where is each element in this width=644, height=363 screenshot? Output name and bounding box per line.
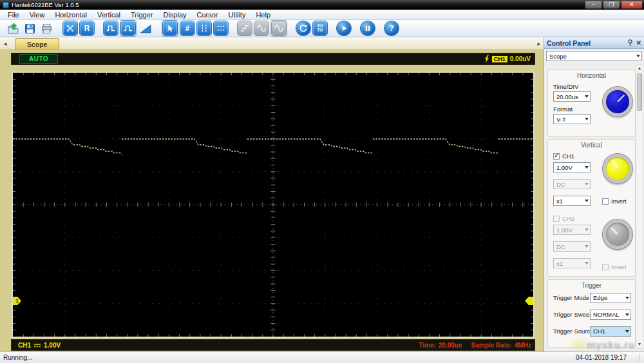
menu-item-view[interactable]: View	[24, 11, 50, 19]
pause-button[interactable]	[361, 21, 375, 35]
vertical-cursor-button[interactable]	[197, 21, 211, 35]
trigger-group: Trigger Trigger Mode Edge Trigger Sweep …	[547, 279, 636, 348]
chevron-down-icon	[585, 183, 589, 185]
chevron-down-icon	[636, 55, 640, 57]
sine-wave-button	[254, 21, 269, 35]
horizontal-cursor-button[interactable]	[214, 21, 228, 35]
square-wave-icon	[106, 23, 116, 33]
ch1-invert-label: Invert	[611, 198, 627, 205]
menu-item-file[interactable]: File	[3, 11, 24, 19]
control-panel-title: Control Panel	[547, 39, 591, 47]
ch2-volts-select[interactable]: 1.00V	[553, 225, 591, 235]
horizontal-position-knob[interactable]	[603, 87, 632, 116]
window-title: Hantek6022BE Ver 1.0.5	[12, 1, 79, 8]
format-select[interactable]: V-T	[553, 114, 591, 124]
menu-item-trigger[interactable]: Trigger	[126, 11, 158, 19]
close-button[interactable]: ✕	[621, 1, 643, 9]
square-wave-alt-icon	[123, 23, 133, 33]
reference-wave-button[interactable]: R	[80, 21, 94, 35]
trigger-source-row: Trigger Source CH1	[548, 328, 635, 335]
ch1-scale-value: 1.00V	[44, 342, 61, 349]
help-button[interactable]: ?	[384, 21, 399, 35]
grid-display-button[interactable]: #	[180, 21, 194, 35]
ch2-coupling-select[interactable]: DC	[553, 241, 591, 252]
menu-item-help[interactable]: Help	[251, 11, 276, 19]
print-button[interactable]	[39, 21, 53, 35]
horizontal-cursor-icon	[216, 23, 226, 33]
ch1-volts-select[interactable]: 1.00V	[553, 162, 591, 172]
chevron-down-icon	[585, 245, 589, 248]
refresh-button[interactable]	[296, 21, 310, 35]
chevron-down-icon	[625, 330, 629, 333]
open-icon	[7, 23, 19, 35]
tab-scroll-left-icon[interactable]: ◄	[0, 41, 10, 50]
ch2-position-knob[interactable]	[603, 219, 632, 249]
ch2-invert-checkbox[interactable]	[602, 264, 609, 270]
trigger-mode-select[interactable]: Edge	[590, 293, 631, 303]
scroll-down-icon[interactable]: ▼	[638, 341, 642, 348]
watermark: mysku.ru	[587, 339, 635, 350]
panel-mode-select[interactable]: Scope	[546, 51, 642, 61]
chevron-down-icon	[585, 166, 589, 169]
play-icon	[339, 23, 349, 33]
ch1-probe-select[interactable]: x1	[553, 196, 591, 206]
scope-panel: ◄ Scope ► AUTO CH1 0.00uV 1 CH1	[0, 37, 544, 351]
auto-set-button[interactable]: AU TO	[313, 21, 327, 35]
pin-icon[interactable]	[627, 39, 633, 46]
trigger-sweep-select[interactable]: NORMAL	[590, 310, 631, 320]
chevron-down-icon	[625, 297, 629, 299]
menu-item-vertical[interactable]: Vertical	[92, 11, 126, 19]
vertical-cursor-icon	[199, 23, 209, 33]
ch2-probe-select[interactable]: x1	[553, 258, 591, 268]
watermark-smudge	[571, 341, 587, 349]
control-panel-scrollbar[interactable]: ▲ ▼	[636, 64, 643, 349]
chevron-down-icon	[585, 228, 589, 231]
ch1-readout-label: CH1	[18, 342, 31, 349]
ch1-checkbox[interactable]	[553, 153, 560, 160]
trigger-level-value: 0.00uV	[510, 55, 531, 62]
tab-scroll-right-icon[interactable]: ►	[534, 41, 544, 50]
trigger-source-select[interactable]: CH1	[590, 326, 631, 337]
ch2-checkbox[interactable]	[553, 216, 560, 222]
scroll-up-icon[interactable]: ▲	[638, 65, 642, 72]
menu-item-horizontal[interactable]: Horizontal	[50, 11, 92, 19]
time-readout-value: 20.00us	[439, 342, 462, 349]
self-calibration-button[interactable]	[63, 21, 77, 35]
sine-wave-boxed-icon	[274, 23, 284, 33]
menu-item-display[interactable]: Display	[158, 11, 191, 19]
ch1-coupling-select[interactable]: DC	[553, 179, 591, 189]
maximize-button[interactable]: ❐	[603, 1, 620, 9]
status-bar: Running... 04-01-2018 19:17	[0, 351, 644, 363]
menu-item-cursor[interactable]: Cursor	[192, 11, 223, 19]
auto-set-icon: AU TO	[317, 24, 323, 33]
open-button[interactable]	[6, 21, 20, 35]
menu-item-utility[interactable]: Utility	[223, 11, 251, 19]
save-icon	[24, 23, 36, 35]
start-button[interactable]	[337, 21, 351, 35]
close-panel-icon[interactable]: ✕	[636, 39, 641, 46]
chevron-down-icon	[585, 95, 589, 98]
scrollbar-thumb[interactable]	[637, 73, 642, 111]
cursor-select-button[interactable]	[163, 21, 177, 35]
time-readout-label: Time:	[419, 342, 436, 349]
save-button[interactable]	[23, 21, 37, 35]
square-wave-alt-button[interactable]	[121, 21, 135, 35]
trigger-sweep-row: Trigger Sweep NORMAL	[548, 311, 635, 318]
ch1-invert-row: Invert	[602, 198, 627, 205]
ch1-invert-checkbox[interactable]	[602, 198, 609, 205]
minimize-button[interactable]: –	[585, 1, 602, 9]
vertical-group-title: Vertical	[548, 140, 635, 149]
horizontal-group-title: Horizontal	[548, 70, 635, 79]
print-icon	[41, 23, 53, 35]
time-div-select[interactable]: 20.00us	[553, 91, 591, 102]
tab-scope[interactable]: Scope	[15, 38, 60, 50]
square-wave-button[interactable]	[104, 21, 118, 35]
control-panel: Control Panel ✕ Scope Horizontal Time/DI…	[544, 37, 644, 351]
ch2-label: CH2	[562, 215, 574, 222]
chevron-down-icon	[585, 262, 589, 265]
sample-rate-value: 4MHz	[515, 342, 531, 349]
lightning-icon	[484, 55, 489, 63]
tab-bar: ◄ Scope ►	[0, 37, 544, 50]
ramp-wave-button[interactable]	[138, 21, 153, 35]
ch1-position-knob[interactable]	[603, 154, 632, 183]
